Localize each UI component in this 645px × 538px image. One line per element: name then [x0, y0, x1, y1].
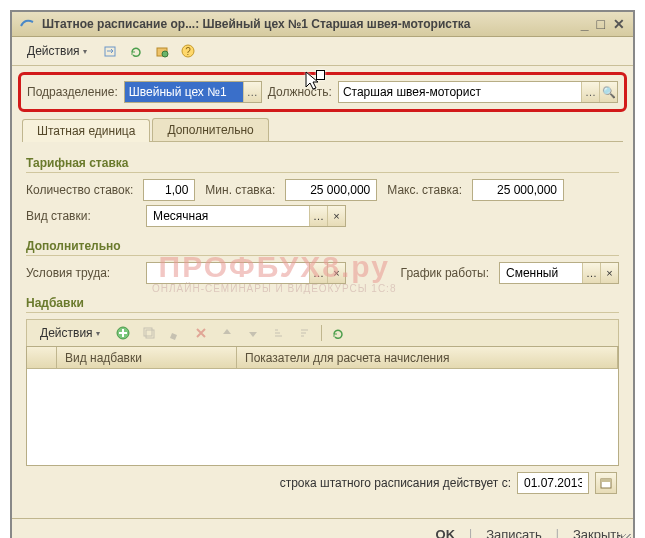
cond-clear-button[interactable]: × [327, 263, 345, 283]
pos-label: Должность: [268, 85, 332, 99]
type-input[interactable] [147, 206, 309, 226]
calendar-button[interactable] [595, 472, 617, 494]
cond-input[interactable] [147, 263, 309, 283]
valid-from-input[interactable] [518, 473, 588, 493]
type-clear-button[interactable]: × [327, 206, 345, 226]
count-label: Количество ставок: [26, 183, 133, 197]
pos-search-button[interactable]: 🔍 [599, 82, 617, 102]
tab-extra[interactable]: Дополнительно [152, 118, 268, 141]
window-title: Штатное расписание ор...: Швейный цех №1… [42, 17, 581, 31]
titlebar: Штатное расписание ор...: Швейный цех №1… [12, 12, 633, 37]
content-area: Штатная единица Дополнительно Тарифная с… [12, 118, 633, 518]
allowances-section-title: Надбавки [26, 288, 619, 313]
cond-select-button[interactable]: … [309, 263, 327, 283]
dept-label: Подразделение: [27, 85, 118, 99]
pos-field: … 🔍 [338, 81, 618, 103]
dept-input[interactable] [125, 82, 243, 102]
chevron-down-icon: ▾ [83, 47, 87, 56]
type-label: Вид ставки: [26, 209, 136, 223]
schedule-input[interactable] [500, 263, 582, 283]
command-bar: OK | Записать | Закрыть [12, 518, 633, 538]
sort-asc-button[interactable] [269, 323, 289, 343]
type-select-button[interactable]: … [309, 206, 327, 226]
svg-rect-5 [316, 70, 325, 80]
min-input[interactable] [286, 180, 376, 200]
extra-section-title: Дополнительно [26, 231, 619, 256]
allowances-toolbar: Действия ▾ [26, 319, 619, 346]
sort-desc-button[interactable] [295, 323, 315, 343]
schedule-clear-button[interactable]: × [600, 263, 618, 283]
grid-col-type[interactable]: Вид надбавки [57, 347, 237, 368]
copy-row-button[interactable] [139, 323, 159, 343]
goto-icon[interactable] [100, 41, 120, 61]
app-icon [20, 16, 36, 32]
selection-row: Подразделение: … Должность: … 🔍 [18, 72, 627, 112]
ok-button[interactable]: OK [436, 527, 456, 538]
allowances-grid[interactable]: Вид надбавки Показатели для расчета начи… [26, 346, 619, 466]
grid-col-params[interactable]: Показатели для расчета начисления [237, 347, 618, 368]
min-label: Мин. ставка: [205, 183, 275, 197]
max-input[interactable] [473, 180, 563, 200]
svg-text:?: ? [185, 46, 191, 57]
chevron-down-icon: ▾ [96, 329, 100, 338]
help-icon[interactable]: ? [178, 41, 198, 61]
svg-rect-6 [317, 71, 324, 79]
schedule-label: График работы: [401, 266, 489, 280]
schedule-select-button[interactable]: … [582, 263, 600, 283]
move-down-button[interactable] [243, 323, 263, 343]
dept-field: … [124, 81, 262, 103]
actions-menu[interactable]: Действия ▾ [20, 41, 94, 61]
tariff-section-title: Тарифная ставка [26, 148, 619, 173]
delete-row-button[interactable] [191, 323, 211, 343]
allowances-actions-menu[interactable]: Действия ▾ [33, 323, 107, 343]
move-up-button[interactable] [217, 323, 237, 343]
count-input[interactable] [144, 180, 194, 200]
max-label: Макс. ставка: [387, 183, 462, 197]
resize-grip[interactable] [617, 534, 631, 538]
grid-header: Вид надбавки Показатели для расчета начи… [27, 347, 618, 369]
close-button[interactable]: Закрыть [573, 527, 623, 538]
valid-from-row: строка штатного расписания действует с: [26, 466, 619, 504]
cond-label: Условия труда: [26, 266, 136, 280]
edit-row-button[interactable] [165, 323, 185, 343]
refresh-icon[interactable] [126, 41, 146, 61]
maximize-button[interactable]: □ [597, 16, 605, 32]
save-button[interactable]: Записать [486, 527, 542, 538]
pos-select-button[interactable]: … [581, 82, 599, 102]
close-window-button[interactable]: ✕ [613, 16, 625, 32]
main-toolbar: Действия ▾ ? [12, 37, 633, 66]
svg-point-2 [162, 51, 168, 57]
minimize-button[interactable]: _ [581, 16, 589, 32]
tab-staff-unit[interactable]: Штатная единица [22, 119, 150, 142]
svg-rect-11 [601, 479, 611, 482]
tabs: Штатная единица Дополнительно [22, 118, 623, 142]
svg-rect-8 [144, 328, 152, 336]
valid-from-label: строка штатного расписания действует с: [280, 476, 511, 490]
refresh-grid-button[interactable] [328, 323, 348, 343]
add-row-button[interactable] [113, 323, 133, 343]
grid-col-marker [27, 347, 57, 368]
dept-select-button[interactable]: … [243, 82, 261, 102]
window-frame: Штатное расписание ор...: Швейный цех №1… [10, 10, 635, 538]
pos-input[interactable] [339, 82, 581, 102]
folder-icon[interactable] [152, 41, 172, 61]
svg-rect-9 [146, 330, 154, 338]
